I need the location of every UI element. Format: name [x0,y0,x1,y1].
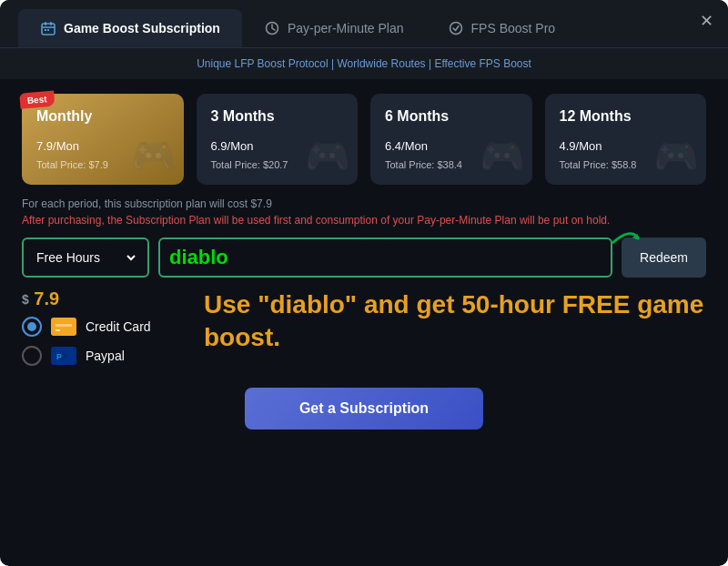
payment-promo-row: $ 7.9 Credit Car [22,288,706,366]
credit-card-icon [51,318,76,336]
paypal-label: Paypal [86,349,125,363]
price-display: $ 7.9 [22,288,186,309]
paypal-icon: P P [51,347,76,365]
tab-pay-per-minute-label: Pay-per-Minute Plan [288,21,404,35]
card-bg-icon-12months: 🎮 [653,135,699,177]
redeem-input-wrapper [158,238,612,278]
tab-fps-boost[interactable]: FPS Boost Pro [426,9,578,47]
svg-rect-1 [45,22,46,25]
svg-rect-2 [50,22,52,25]
price-card-3months[interactable]: 3 Months 6.9/Mon Total Price: $20.7 🎮 [197,94,359,185]
tab-pay-per-minute[interactable]: Pay-per-Minute Plan [242,9,426,47]
svg-rect-9 [56,329,60,331]
payment-options: Credit Card P P Paypal [22,317,186,366]
payment-option-credit-card[interactable]: Credit Card [22,317,186,337]
main-content: Best Monthly 7.9/Mon Total Price: $7.9 🎮… [0,79,728,444]
redeem-code-input[interactable] [169,246,602,269]
card-period-monthly: Monthly [36,108,169,125]
info-text: For each period, this subscription plan … [22,197,706,210]
currency-symbol: $ [22,292,29,307]
price-and-payment: $ 7.9 Credit Car [22,288,186,366]
payment-option-paypal[interactable]: P P Paypal [22,346,186,366]
radio-paypal[interactable] [22,346,42,366]
svg-text:P: P [61,352,66,361]
card-period-12months: 12 Months [560,108,693,125]
price-card-6months[interactable]: 6 Months 6.4/Mon Total Price: $38.4 🎮 [370,94,532,185]
price-card-monthly[interactable]: Best Monthly 7.9/Mon Total Price: $7.9 🎮 [22,94,184,185]
best-badge: Best [19,91,55,109]
warning-text: After purchasing, the Subscription Plan … [22,214,706,227]
price-amount: 7.9 [34,288,59,308]
card-bg-icon-3months: 🎮 [305,135,350,177]
tab-game-boost[interactable]: Game Boost Subscription [18,9,242,47]
card-bg-icon-monthly: 🎮 [131,135,177,177]
subtitle-text: Unique LFP Boost Protocol | Worldwide Ro… [197,57,531,70]
close-button[interactable]: ✕ [700,11,713,31]
pricing-cards: Best Monthly 7.9/Mon Total Price: $7.9 🎮… [22,94,706,185]
card-bg-icon-6months: 🎮 [480,135,525,177]
tab-fps-boost-label: FPS Boost Pro [471,21,556,35]
svg-point-6 [450,23,461,35]
tab-bar: Game Boost Subscription Pay-per-Minute P… [0,0,728,48]
svg-rect-8 [56,324,72,327]
svg-rect-4 [47,29,49,31]
checkmark-icon [448,20,464,36]
redeem-type-select[interactable]: Free Hours [33,249,138,266]
subtitle-bar: Unique LFP Boost Protocol | Worldwide Ro… [0,48,728,79]
modal: ✕ Game Boost Subscription [0,0,728,566]
redeem-row: Free Hours Redeem [22,238,706,278]
subscribe-button[interactable]: Get a Subscription [245,388,483,430]
promo-text: Use "diablo" and get 50-hour FREE game b… [204,288,706,355]
subscribe-btn-wrapper: Get a Subscription [22,388,706,430]
svg-rect-3 [45,29,46,31]
clock-icon [264,20,280,36]
card-period-3months: 3 Months [211,108,344,125]
redeem-type-wrapper: Free Hours [22,238,149,278]
card-period-6months: 6 Months [385,108,518,125]
radio-credit-card[interactable] [22,317,42,337]
tab-game-boost-label: Game Boost Subscription [64,21,220,35]
price-card-12months[interactable]: 12 Months 4.9/Mon Total Price: $58.8 🎮 [545,94,707,185]
calendar-icon [40,20,56,36]
credit-card-label: Credit Card [86,319,151,334]
